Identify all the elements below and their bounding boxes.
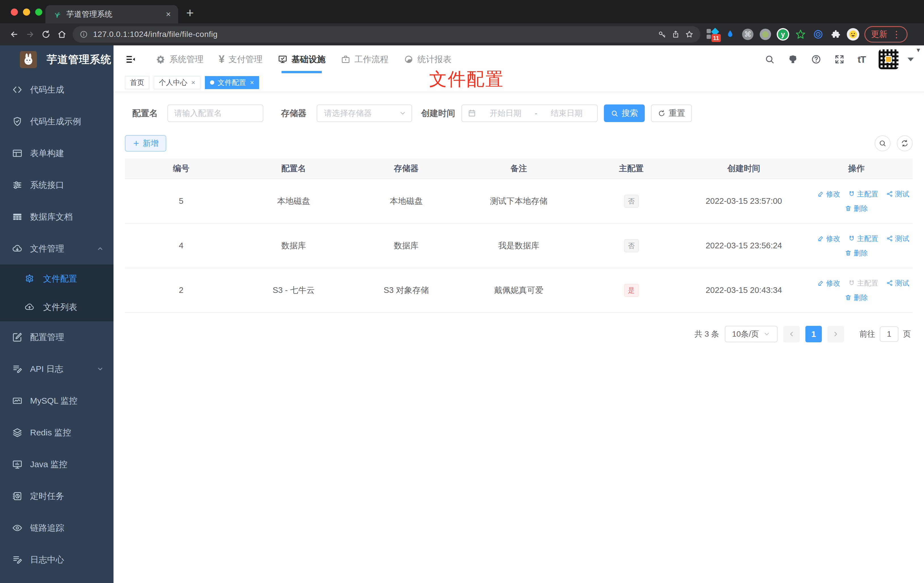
github-icon[interactable]: [788, 54, 798, 64]
sidebar-item-java-monitor[interactable]: Java 监控: [0, 448, 114, 480]
url-text[interactable]: 127.0.0.1:1024/infra/file/file-config: [93, 30, 653, 39]
password-key-icon[interactable]: [658, 30, 666, 39]
edit-action[interactable]: 修改: [817, 189, 840, 199]
forward-icon[interactable]: [22, 26, 38, 42]
infra-monitor-icon: [278, 55, 287, 64]
delete-action[interactable]: 删除: [845, 293, 868, 302]
sidebar-item-log-center[interactable]: 日志中心: [0, 544, 114, 576]
sidebar-item-trace[interactable]: 链路追踪: [0, 512, 114, 544]
nav-item-workflow[interactable]: 工作流程: [333, 45, 396, 73]
reload-icon[interactable]: [38, 26, 54, 42]
emoji-extension-icon[interactable]: [847, 28, 859, 41]
sidebar-item-scheduled-task[interactable]: 定时任务: [0, 480, 114, 512]
goto-page: 前往 页: [859, 326, 911, 342]
browser-tab[interactable]: 芋道管理系统 ×: [45, 5, 178, 23]
chevron-right-icon: [832, 330, 840, 338]
tab-close-icon[interactable]: ×: [166, 10, 171, 18]
master-action[interactable]: 主配置: [848, 189, 878, 199]
avatar-caret-icon[interactable]: [908, 58, 914, 61]
puzzle-extension-icon[interactable]: [829, 28, 842, 41]
sidebar-item-file-management[interactable]: 文件管理: [0, 233, 114, 264]
bookmark-star-icon[interactable]: [685, 30, 693, 39]
collapse-sidebar-icon[interactable]: [123, 52, 138, 67]
search-icon[interactable]: [764, 54, 775, 64]
app: 芋道管理系统 代码生成 代码生成示例 表单构建 系统接口 数据库文档: [0, 45, 924, 583]
test-action[interactable]: 测试: [886, 234, 909, 243]
command-extension-icon[interactable]: ⌘: [741, 28, 754, 41]
dot-extension-icon[interactable]: [759, 28, 772, 41]
master-action[interactable]: 主配置: [848, 234, 878, 243]
master-action-disabled: 主配置: [848, 278, 878, 288]
browser-update-button[interactable]: 更新 ⋮: [865, 26, 908, 43]
sidebar-item-form-builder[interactable]: 表单构建: [0, 137, 114, 169]
sidebar-item-system-api[interactable]: 系统接口: [0, 169, 114, 201]
sidebar-item-api-log[interactable]: API 日志: [0, 353, 114, 385]
table-row: 4 数据库 数据库 我是数据库 否 2022-03-15 23:56:24 修改…: [125, 223, 912, 268]
back-icon[interactable]: [6, 26, 22, 42]
table-row: 5 本地磁盘 本地磁盘 测试下本地存储 否 2022-03-15 23:57:0…: [125, 179, 912, 223]
date-start-placeholder[interactable]: 开始日期: [481, 108, 530, 119]
browser-menu-icon[interactable]: ⋮: [892, 30, 901, 39]
gem-extension-icon[interactable]: [724, 28, 737, 41]
sidebar-item-file-config[interactable]: 文件配置: [0, 264, 114, 293]
minimize-window-button[interactable]: [23, 8, 30, 16]
search-button[interactable]: 搜索: [604, 104, 645, 122]
config-name-input[interactable]: [167, 104, 263, 122]
nav-item-system[interactable]: 系统管理: [148, 45, 211, 73]
nav-item-payment[interactable]: ¥ 支付管理: [211, 45, 270, 73]
file-management-submenu: 文件配置 文件列表: [0, 264, 114, 321]
tag-close-icon[interactable]: ×: [191, 79, 195, 87]
eye-extension-icon[interactable]: [812, 28, 825, 41]
sidebar-item-mysql-monitor[interactable]: MySQL 监控: [0, 385, 114, 417]
storage-select[interactable]: 请选择存储器: [317, 104, 412, 122]
tag-close-icon[interactable]: ×: [250, 79, 254, 87]
next-page-button[interactable]: [828, 326, 844, 342]
close-window-button[interactable]: [11, 8, 18, 16]
add-button[interactable]: 新增: [125, 135, 166, 152]
y-extension-icon[interactable]: y: [776, 28, 789, 41]
tag-home[interactable]: 首页: [125, 76, 149, 89]
test-action[interactable]: 测试: [886, 189, 909, 199]
date-range-picker[interactable]: 开始日期 - 结束日期: [462, 104, 598, 122]
address-bar[interactable]: 127.0.0.1:1024/infra/file/file-config: [73, 26, 700, 43]
app-logo[interactable]: 芋道管理系统: [0, 45, 114, 74]
prev-page-button[interactable]: [783, 326, 800, 342]
reset-button[interactable]: 重置: [651, 104, 692, 122]
col-master: 主配置: [575, 159, 688, 179]
site-info-icon[interactable]: [79, 30, 88, 39]
sidebar-item-file-list[interactable]: 文件列表: [0, 293, 114, 321]
tag-file-config[interactable]: 文件配置 ×: [205, 76, 259, 89]
new-tab-button[interactable]: +: [186, 5, 194, 20]
share-icon[interactable]: [672, 30, 680, 39]
create-time-label: 创建时间: [421, 107, 455, 119]
sidebar-item-config-management[interactable]: 配置管理: [0, 321, 114, 353]
share-nodes-icon: [886, 235, 893, 242]
date-end-placeholder[interactable]: 结束日期: [542, 108, 591, 119]
avatar[interactable]: [879, 50, 898, 69]
zoom-window-button[interactable]: [35, 8, 42, 16]
sidebar-item-code-gen[interactable]: 代码生成: [0, 74, 114, 106]
design-extension-icon[interactable]: 11: [706, 28, 719, 41]
font-size-icon[interactable]: tT: [858, 54, 866, 65]
nav-item-infrastructure[interactable]: 基础设施: [270, 45, 333, 73]
delete-action[interactable]: 删除: [845, 204, 868, 213]
home-icon[interactable]: [54, 26, 70, 42]
fullscreen-icon[interactable]: [834, 54, 845, 64]
edit-action[interactable]: 修改: [817, 278, 840, 288]
delete-action[interactable]: 删除: [845, 248, 868, 258]
page-size-select[interactable]: 10条/页: [725, 326, 777, 342]
refresh-table-button[interactable]: [897, 135, 912, 151]
page-number-button[interactable]: 1: [805, 326, 822, 342]
goto-page-input[interactable]: [880, 326, 898, 342]
edit-action[interactable]: 修改: [817, 234, 840, 243]
tag-profile[interactable]: 个人中心 ×: [154, 76, 200, 89]
sidebar-item-code-gen-demo[interactable]: 代码生成示例: [0, 106, 114, 137]
config-name-label: 配置名: [132, 107, 158, 119]
sidebar-item-db-doc[interactable]: 数据库文档: [0, 201, 114, 233]
help-icon[interactable]: [811, 54, 821, 64]
star-extension-icon[interactable]: [794, 28, 807, 41]
show-search-button[interactable]: [874, 135, 891, 151]
eye-icon: [12, 522, 23, 533]
sidebar-item-redis-monitor[interactable]: Redis 监控: [0, 417, 114, 448]
test-action[interactable]: 测试: [886, 278, 909, 288]
